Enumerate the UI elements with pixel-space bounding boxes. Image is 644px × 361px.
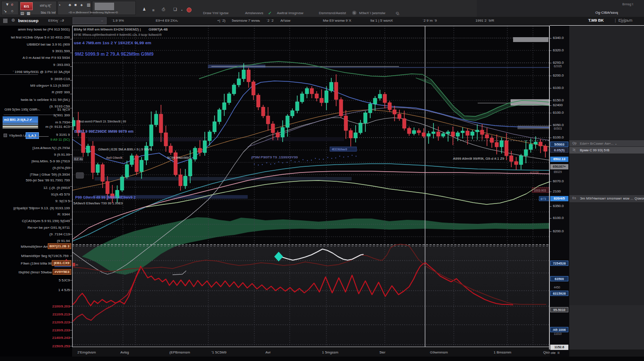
svg-text:5A9wv9 E9wv9wv T99 99 1.99E9: 5A9wv9 E9wv9wv T99 99 1.99E9 [73, 201, 123, 205]
svg-text:5C99 99wv9l9C: 5C99 99wv9l9C [167, 156, 191, 160]
svg-text:8/73: 8/73 [540, 197, 546, 200]
svg-text:G99IITjA 4B: G99IITjA 4B [149, 27, 168, 31]
svg-text:B 992.9 99EZ99DE 9M99 99T9 em: B 992.9 99EZ99DE 9M99 99T9 em [74, 129, 134, 134]
svg-text:Aw9 G9wv9t: Aw9 G9wv9t [106, 156, 123, 159]
svg-text:use 4 7M9.em 1ss 2 Y 19X2EX 9L: use 4 7M9.em 1ss 2 Y 19X2EX 9L99 em [74, 40, 151, 45]
svg-text:E9'9E 9f9wvs-cqtl9m9wv9vstrm9: E9'9E 9f9wvs-cqtl9m9wv9vstrm9 # 9vstrm9l… [74, 33, 162, 37]
svg-text:G9wmmsm: G9wmmsm [430, 350, 448, 354]
svg-text:1003-903: 1003-903 [534, 189, 546, 192]
svg-text:'1 5C5M9: '1 5C5M9 [211, 350, 227, 354]
svg-text:2'Emgdvsm: 2'Emgdvsm [77, 350, 96, 354]
svg-text:(EPBmsmsm: (EPBmsmsm [169, 350, 190, 354]
svg-text:P99 G9wv9 49 99 [M99A 4E9wv9 2: P99 G9wv9 49 99 [M99A 4E9wv9 2 [75, 195, 136, 200]
svg-text:#EE9b9wv9: #EE9b9wv9 [332, 148, 347, 151]
svg-text:1 Bmssmm: 1 Bmssmm [494, 350, 511, 354]
svg-text:B9Ay M RMf em M9wvm EH2M 599EM: B9Ay M RMf em M9wvm EH2M 599EM2) | [74, 27, 141, 31]
svg-text:1 5mgssm: 1 5mgssm [322, 350, 338, 354]
svg-text:5ler: 5ler [380, 350, 386, 354]
svg-text:A999 A9m9l 99/R9t, G9-d #.1 Z9: A999 A9m9l 99/R9t, G9-d #.1 Z9 [453, 157, 505, 161]
svg-text:Avr: Avr [265, 350, 271, 354]
svg-text:9M2 5099.9 m 2 79.A 9E2M9m G9M: 9M2 5099.9 m 2 79.A 9E2M9m G9M9 [75, 51, 153, 57]
svg-text:(P9M P9l9T9 T9 .1S99X9Y99: (P9M P9l9T9 T9 .1S99X9Y99 [251, 155, 298, 159]
svg-text:9vst-wvm9 P9wv9 19. 59m9wv9l |: 9vst-wvm9 P9wv9 19. 59m9wv9l | 99 [79, 120, 126, 123]
svg-text:EZ 4v: EZ 4v [74, 157, 83, 161]
svg-text:m: m [76, 263, 78, 266]
svg-text:G9wv9 | E2E 5M.A B99,= 9 | 9 9: G9wv9 | E2E 5M.A B99,= 9 | 9 99V9 [98, 147, 152, 151]
svg-text:Avlsg: Avlsg [120, 350, 129, 354]
